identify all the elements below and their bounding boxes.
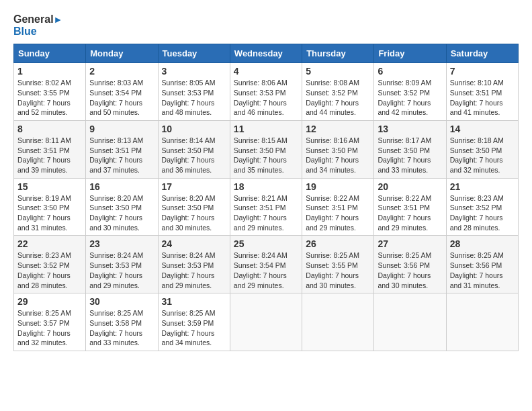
day-info: Sunrise: 8:18 AMSunset: 3:50 PMDaylight:… [450, 136, 515, 175]
daylight-text: Daylight: 7 hours and 29 minutes. [378, 214, 431, 232]
day-number: 29 [17, 296, 82, 307]
sunset-text: Sunset: 3:51 PM [17, 146, 70, 154]
day-info: Sunrise: 8:20 AMSunset: 3:50 PMDaylight:… [162, 193, 226, 233]
calendar-cell: 22Sunrise: 8:23 AMSunset: 3:52 PMDayligh… [14, 236, 86, 293]
sunset-text: Sunset: 3:55 PM [17, 89, 70, 97]
day-number: 15 [17, 181, 82, 192]
calendar-table: SundayMondayTuesdayWednesdayThursdayFrid… [13, 44, 519, 351]
daylight-text: Daylight: 7 hours and 41 minutes. [450, 99, 503, 117]
sunset-text: Sunset: 3:51 PM [234, 203, 286, 212]
calendar-cell [374, 293, 446, 351]
daylight-text: Daylight: 7 hours and 46 minutes. [234, 99, 287, 117]
day-number: 30 [89, 296, 154, 307]
daylight-text: Daylight: 7 hours and 44 minutes. [306, 99, 359, 117]
day-number: 5 [306, 66, 370, 77]
day-number: 3 [162, 66, 226, 77]
calendar-week-row: 1Sunrise: 8:02 AMSunset: 3:55 PMDaylight… [14, 63, 519, 121]
day-number: 19 [306, 181, 370, 192]
calendar-cell: 16Sunrise: 8:20 AMSunset: 3:50 PMDayligh… [86, 178, 158, 236]
calendar-cell: 30Sunrise: 8:25 AMSunset: 3:58 PMDayligh… [86, 293, 158, 351]
sunset-text: Sunset: 3:58 PM [89, 319, 142, 327]
logo: General► Blue [13, 13, 62, 37]
sunset-text: Sunset: 3:51 PM [378, 203, 430, 212]
sunset-text: Sunset: 3:50 PM [162, 146, 214, 154]
calendar-week-row: 8Sunrise: 8:11 AMSunset: 3:51 PMDaylight… [14, 120, 519, 178]
calendar-cell: 6Sunrise: 8:09 AMSunset: 3:52 PMDaylight… [374, 63, 446, 121]
sunset-text: Sunset: 3:52 PM [306, 89, 358, 97]
daylight-text: Daylight: 7 hours and 28 minutes. [17, 271, 71, 289]
sunset-text: Sunset: 3:53 PM [234, 89, 286, 97]
sunset-text: Sunset: 3:52 PM [378, 89, 430, 97]
calendar-cell: 14Sunrise: 8:18 AMSunset: 3:50 PMDayligh… [446, 120, 518, 178]
calendar-header-row: SundayMondayTuesdayWednesdayThursdayFrid… [14, 44, 519, 63]
sunset-text: Sunset: 3:54 PM [89, 89, 142, 97]
calendar-cell: 18Sunrise: 8:21 AMSunset: 3:51 PMDayligh… [230, 178, 302, 236]
sunrise-text: Sunrise: 8:25 AM [378, 251, 431, 259]
daylight-text: Daylight: 7 hours and 31 minutes. [450, 271, 503, 289]
day-info: Sunrise: 8:06 AMSunset: 3:53 PMDaylight:… [234, 78, 298, 118]
sunrise-text: Sunrise: 8:11 AM [17, 136, 71, 144]
daylight-text: Daylight: 7 hours and 37 minutes. [89, 156, 142, 174]
calendar-cell: 5Sunrise: 8:08 AMSunset: 3:52 PMDaylight… [302, 63, 374, 121]
daylight-text: Daylight: 7 hours and 29 minutes. [234, 271, 287, 289]
day-info: Sunrise: 8:25 AMSunset: 3:59 PMDaylight:… [162, 308, 226, 348]
column-header-thursday: Thursday [302, 44, 374, 63]
day-number: 24 [162, 238, 226, 249]
sunset-text: Sunset: 3:50 PM [450, 146, 502, 154]
calendar-cell: 8Sunrise: 8:11 AMSunset: 3:51 PMDaylight… [14, 120, 86, 178]
calendar-cell: 24Sunrise: 8:24 AMSunset: 3:53 PMDayligh… [158, 236, 230, 293]
day-info: Sunrise: 8:24 AMSunset: 3:53 PMDaylight:… [89, 250, 154, 290]
day-number: 9 [89, 124, 154, 134]
daylight-text: Daylight: 7 hours and 39 minutes. [17, 156, 71, 174]
sunset-text: Sunset: 3:53 PM [162, 89, 214, 97]
day-info: Sunrise: 8:25 AMSunset: 3:56 PMDaylight:… [378, 250, 442, 290]
calendar-cell: 12Sunrise: 8:16 AMSunset: 3:50 PMDayligh… [302, 120, 374, 178]
daylight-text: Daylight: 7 hours and 52 minutes. [17, 99, 71, 117]
sunrise-text: Sunrise: 8:15 AM [234, 136, 287, 144]
calendar-cell: 4Sunrise: 8:06 AMSunset: 3:53 PMDaylight… [230, 63, 302, 121]
daylight-text: Daylight: 7 hours and 32 minutes. [450, 156, 503, 174]
sunrise-text: Sunrise: 8:24 AM [234, 251, 287, 259]
day-number: 25 [234, 238, 298, 249]
sunset-text: Sunset: 3:50 PM [378, 146, 430, 154]
day-info: Sunrise: 8:25 AMSunset: 3:57 PMDaylight:… [17, 308, 82, 348]
day-info: Sunrise: 8:24 AMSunset: 3:54 PMDaylight:… [234, 250, 298, 290]
calendar-cell: 1Sunrise: 8:02 AMSunset: 3:55 PMDaylight… [14, 63, 86, 121]
sunset-text: Sunset: 3:50 PM [306, 146, 358, 154]
day-number: 22 [17, 238, 82, 249]
column-header-monday: Monday [86, 44, 158, 63]
day-info: Sunrise: 8:13 AMSunset: 3:51 PMDaylight:… [89, 136, 154, 175]
sunset-text: Sunset: 3:56 PM [378, 261, 430, 269]
day-info: Sunrise: 8:23 AMSunset: 3:52 PMDaylight:… [450, 193, 515, 233]
sunset-text: Sunset: 3:50 PM [17, 203, 70, 212]
day-number: 10 [162, 124, 226, 134]
sunset-text: Sunset: 3:59 PM [162, 319, 214, 327]
day-number: 13 [378, 124, 442, 134]
day-info: Sunrise: 8:17 AMSunset: 3:50 PMDaylight:… [378, 136, 442, 175]
daylight-text: Daylight: 7 hours and 50 minutes. [89, 99, 142, 117]
day-number: 23 [89, 238, 154, 249]
sunset-text: Sunset: 3:51 PM [306, 203, 358, 212]
calendar-cell: 11Sunrise: 8:15 AMSunset: 3:50 PMDayligh… [230, 120, 302, 178]
sunrise-text: Sunrise: 8:25 AM [89, 309, 143, 317]
sunset-text: Sunset: 3:53 PM [162, 261, 214, 269]
sunrise-text: Sunrise: 8:08 AM [306, 79, 359, 87]
daylight-text: Daylight: 7 hours and 42 minutes. [378, 99, 431, 117]
daylight-text: Daylight: 7 hours and 30 minutes. [378, 271, 431, 289]
sunrise-text: Sunrise: 8:17 AM [378, 136, 431, 144]
sunset-text: Sunset: 3:51 PM [89, 146, 142, 154]
day-info: Sunrise: 8:25 AMSunset: 3:56 PMDaylight:… [450, 250, 515, 290]
calendar-cell: 9Sunrise: 8:13 AMSunset: 3:51 PMDaylight… [86, 120, 158, 178]
day-info: Sunrise: 8:23 AMSunset: 3:52 PMDaylight:… [17, 250, 82, 290]
day-number: 12 [306, 124, 370, 134]
day-number: 7 [450, 66, 515, 77]
daylight-text: Daylight: 7 hours and 35 minutes. [234, 156, 287, 174]
day-info: Sunrise: 8:25 AMSunset: 3:55 PMDaylight:… [306, 250, 370, 290]
sunrise-text: Sunrise: 8:13 AM [89, 136, 143, 144]
day-info: Sunrise: 8:25 AMSunset: 3:58 PMDaylight:… [89, 308, 154, 348]
sunrise-text: Sunrise: 8:24 AM [89, 251, 143, 259]
sunrise-text: Sunrise: 8:23 AM [17, 251, 71, 259]
daylight-text: Daylight: 7 hours and 30 minutes. [162, 214, 215, 232]
daylight-text: Daylight: 7 hours and 28 minutes. [450, 214, 503, 232]
sunset-text: Sunset: 3:57 PM [17, 319, 70, 327]
